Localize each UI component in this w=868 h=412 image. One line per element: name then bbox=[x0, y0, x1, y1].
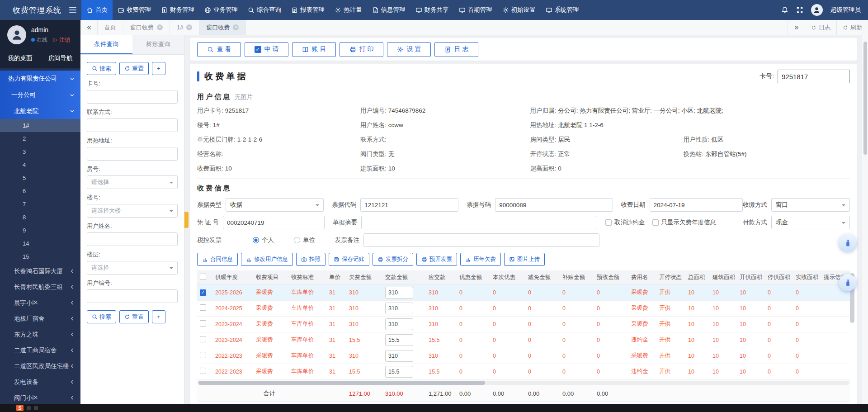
pay-amount-input[interactable] bbox=[385, 287, 413, 298]
action-button-3[interactable]: 保存记账 bbox=[329, 253, 369, 266]
action-button-4[interactable]: 发票拆分 bbox=[373, 253, 413, 266]
table-row-2[interactable]: 2023-2024采暖费车库单价3131031000000采暖费开供101010… bbox=[197, 316, 850, 332]
topnav-item-6[interactable]: 热计量 bbox=[330, 0, 367, 20]
sidebar-avatar[interactable] bbox=[7, 25, 26, 44]
toolbar-button-0[interactable]: 查 看 bbox=[197, 42, 241, 57]
topnav-item-3[interactable]: 业务管理 bbox=[199, 0, 243, 20]
tree-item-17[interactable]: 地板厂宿舍 bbox=[0, 311, 80, 327]
card-reader-float-button-2[interactable] bbox=[839, 274, 856, 291]
topnav-item-9[interactable]: 首期管理 bbox=[454, 0, 497, 20]
pay-amount-input[interactable] bbox=[385, 350, 413, 362]
page-scrollbar-thumb[interactable] bbox=[863, 42, 867, 155]
column-header-area_open[interactable]: 开供面积 bbox=[737, 270, 765, 284]
column-header-arrears[interactable]: 欠费金额 bbox=[346, 270, 382, 284]
query-search-button[interactable]: 搜索 bbox=[87, 62, 116, 75]
query-search-button-bottom[interactable]: 搜索 bbox=[87, 310, 116, 323]
tree-item-13[interactable]: 15 bbox=[0, 250, 80, 263]
only-arrears-checkbox-box[interactable] bbox=[652, 219, 659, 226]
cancel-penalty-checkbox[interactable]: 取消违约金 bbox=[605, 218, 645, 227]
user-role-label[interactable]: 超级管理员 bbox=[830, 6, 861, 14]
action-button-0[interactable]: 合同信息 bbox=[197, 253, 238, 266]
column-header-area_actual[interactable]: 实收面积 bbox=[793, 270, 821, 284]
tree-item-18[interactable]: 东方之珠 bbox=[0, 327, 80, 342]
topnav-item-1[interactable]: 收费管理 bbox=[113, 0, 156, 20]
column-header-year[interactable]: 供暖年度 bbox=[212, 270, 253, 284]
pay-amount-input[interactable] bbox=[385, 318, 413, 330]
query-field-input-1[interactable] bbox=[87, 118, 178, 132]
tree-item-16[interactable]: 晨宇小区 bbox=[0, 295, 80, 311]
query-field-select-6[interactable]: 请选择 bbox=[87, 261, 178, 275]
column-header-discount[interactable]: 优惠金额 bbox=[457, 270, 490, 284]
tab-condition-query[interactable]: 条件查询 bbox=[80, 35, 132, 54]
tree-item-1[interactable]: 一分公司 bbox=[0, 87, 80, 103]
column-header-payable[interactable]: 应交款 bbox=[426, 270, 457, 284]
action-button-2[interactable]: 拍照 bbox=[296, 253, 326, 266]
topnav-item-7[interactable]: 信息管理 bbox=[367, 0, 410, 20]
toolbar-button-2[interactable]: 账 目 bbox=[292, 42, 336, 57]
toolbar-button-1[interactable]: ✓申 请 bbox=[245, 42, 288, 57]
tree-item-2[interactable]: 北航老院 bbox=[0, 103, 80, 119]
pay-amount-input[interactable] bbox=[385, 303, 413, 314]
cancel-penalty-checkbox-box[interactable] bbox=[605, 219, 612, 226]
toolbar-button-5[interactable]: 日 志 bbox=[434, 42, 478, 57]
card-no-input[interactable] bbox=[778, 70, 850, 83]
tree-item-8[interactable]: 6 bbox=[0, 185, 80, 198]
column-header-area_build[interactable]: 建筑面积 bbox=[710, 270, 737, 284]
document-tab-1[interactable]: 窗口收费× bbox=[123, 20, 170, 35]
tree-item-9[interactable]: 7 bbox=[0, 198, 80, 211]
document-tab-2[interactable]: 1#× bbox=[170, 20, 199, 35]
topnav-item-4[interactable]: 综合查询 bbox=[243, 0, 286, 20]
pay-amount-input[interactable] bbox=[385, 366, 413, 378]
row-checkbox[interactable] bbox=[200, 368, 206, 374]
log-button[interactable]: 日志 bbox=[805, 20, 836, 35]
table-row-3[interactable]: 2023-2024采暖费车库单价3115.515.500000违约金开供1010… bbox=[197, 332, 850, 348]
table-row-0[interactable]: ✓2025-2026采暖费车库单价3131031000000采暖费开供10101… bbox=[197, 284, 850, 300]
tree-item-14[interactable]: 长春鸿石国际大厦 bbox=[0, 263, 80, 279]
only-arrears-checkbox[interactable]: 只显示欠费年度信息 bbox=[652, 218, 717, 227]
column-header-item[interactable]: 收费项目 bbox=[253, 270, 288, 284]
doc-type-select[interactable]: 收据 bbox=[226, 198, 324, 212]
topnav-item-2[interactable]: 财务管理 bbox=[156, 0, 199, 20]
topnav-item-8[interactable]: 财务共享 bbox=[410, 0, 454, 20]
table-row-1[interactable]: 2024-2025采暖费车库单价3131031000000采暖费开供101010… bbox=[197, 300, 850, 316]
query-field-input-5[interactable] bbox=[87, 232, 178, 246]
query-add-button-bottom[interactable]: + bbox=[152, 310, 165, 323]
logout-button[interactable]: 注销 bbox=[53, 36, 70, 44]
select-all-checkbox[interactable] bbox=[200, 274, 206, 280]
tree-item-19[interactable]: 二道工商局宿舍 bbox=[0, 342, 80, 358]
query-reset-button-bottom[interactable]: 重置 bbox=[119, 310, 149, 323]
query-field-input-7[interactable] bbox=[87, 289, 178, 303]
tab-tree-query[interactable]: 树形查询 bbox=[132, 35, 184, 54]
column-header-this_discount[interactable]: 本次优惠 bbox=[490, 270, 525, 284]
tree-item-20[interactable]: 二道区民政局住宅楼 bbox=[0, 358, 80, 374]
query-add-button[interactable]: + bbox=[152, 62, 165, 75]
tabs-scroll-left-icon[interactable] bbox=[80, 20, 98, 35]
fullscreen-icon[interactable] bbox=[796, 6, 803, 14]
tree-item-21[interactable]: 发电设备 bbox=[0, 374, 80, 390]
tree-item-7[interactable]: 5 bbox=[0, 171, 80, 185]
column-header-onoff[interactable]: 开停状态 bbox=[656, 270, 685, 284]
invoice-note-input[interactable] bbox=[363, 233, 599, 247]
doc-no-input[interactable] bbox=[495, 198, 613, 212]
voucher-input[interactable] bbox=[223, 216, 325, 229]
column-header-pay[interactable]: 交款金额 bbox=[382, 270, 426, 284]
column-header-area_total[interactable]: 总面积 bbox=[685, 270, 710, 284]
row-checkbox[interactable] bbox=[200, 352, 206, 358]
topnav-item-10[interactable]: 初始设置 bbox=[497, 0, 541, 20]
toolbar-button-4[interactable]: 设 置 bbox=[387, 42, 431, 57]
tabs-scroll-right-icon[interactable] bbox=[788, 20, 805, 35]
pay-amount-input[interactable] bbox=[385, 334, 413, 346]
tree-item-3[interactable]: 1# bbox=[0, 119, 80, 132]
query-field-select-4[interactable]: 请选择大楼 bbox=[87, 204, 178, 218]
summary-input[interactable] bbox=[361, 216, 597, 229]
tax-invoice-company-radio[interactable]: 单位 bbox=[294, 236, 315, 244]
topnav-item-11[interactable]: 系统管理 bbox=[541, 0, 584, 20]
tree-item-12[interactable]: 14 bbox=[0, 237, 80, 250]
close-icon[interactable]: × bbox=[233, 24, 239, 30]
menu-toggle-icon[interactable] bbox=[64, 0, 81, 20]
row-checkbox[interactable]: ✓ bbox=[200, 289, 206, 296]
toolbar-button-3[interactable]: 打 印 bbox=[340, 42, 383, 57]
row-checkbox[interactable] bbox=[200, 320, 206, 327]
column-header-subsidy[interactable]: 补贴金额 bbox=[560, 270, 594, 284]
query-field-input-0[interactable] bbox=[87, 90, 178, 104]
